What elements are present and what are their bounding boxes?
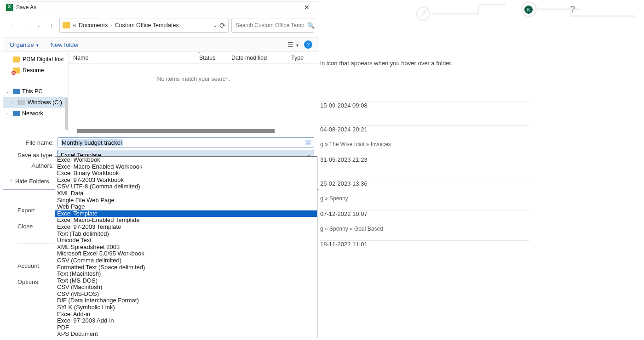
folder-tree: PDM Digital Inst Resume ⌄This PC ›Window…: [3, 52, 69, 134]
help-icon[interactable]: ?: [570, 5, 575, 14]
background-row[interactable]: [320, 85, 529, 102]
type-option[interactable]: XML Data: [55, 190, 317, 197]
type-option[interactable]: Excel 97-2003 Add-in: [55, 317, 317, 324]
tree-item-windows-c[interactable]: ›Windows (C:): [3, 97, 68, 108]
type-option[interactable]: Web Page: [55, 204, 317, 210]
file-name-input[interactable]: Monthly budget tracker⌄: [58, 137, 314, 147]
dialog-body: PDM Digital Inst Resume ⌄This PC ›Window…: [3, 52, 319, 134]
nav-recent-icon[interactable]: ⌄: [34, 20, 44, 30]
authors-label: Authors:: [8, 162, 58, 169]
horizontal-scrollbar[interactable]: [77, 129, 275, 133]
address-bar[interactable]: « Documents › Custom Office Templates ⌄ …: [59, 18, 229, 33]
type-option[interactable]: CSV (MS-DOS): [55, 291, 317, 298]
view-mode-icon[interactable]: ☰ ▼: [288, 41, 299, 48]
breadcrumb-custom-templates[interactable]: Custom Office Templates: [115, 22, 179, 28]
nav-up-icon[interactable]: ↑: [46, 20, 57, 30]
background-hint-text: in icon that appears when you hover over…: [320, 60, 529, 67]
hide-folders-label: Hide Folders: [15, 178, 49, 185]
background-decor: [414, 0, 644, 28]
nav-back-icon[interactable]: ←: [8, 20, 18, 30]
empty-message: No items match your search.: [69, 76, 319, 82]
type-option[interactable]: CSV UTF-8 (Comma delimited): [55, 183, 317, 190]
organize-button[interactable]: Organize▼: [10, 41, 40, 48]
col-name[interactable]: Name: [69, 55, 195, 61]
search-input[interactable]: [236, 22, 305, 28]
nav-row: ← → ⌄ ↑ « Documents › Custom Office Temp…: [3, 13, 319, 37]
type-option[interactable]: XPS Document: [55, 331, 317, 338]
save-type-options-list[interactable]: Excel WorkbookExcel Macro-Enabled Workbo…: [55, 156, 317, 338]
svg-point-0: [417, 7, 430, 20]
type-option[interactable]: CSV (Comma delimited): [55, 257, 317, 264]
type-option[interactable]: Text (MS-DOS): [55, 278, 317, 284]
type-option[interactable]: DIF (Data Interchange Format): [55, 297, 317, 304]
folder-icon: [63, 22, 70, 28]
type-option[interactable]: Excel Binary Workbook: [55, 170, 317, 177]
type-option[interactable]: Excel 97-2003 Template: [55, 224, 317, 231]
type-option[interactable]: XML Spreadsheet 2003: [55, 244, 317, 251]
type-option[interactable]: Text (Macintosh): [55, 271, 317, 278]
background-row[interactable]: [320, 109, 529, 126]
background-row[interactable]: [320, 163, 529, 180]
type-option[interactable]: SYLK (Symbolic Link): [55, 304, 317, 311]
tree-item-network[interactable]: ›Network: [3, 108, 68, 119]
breadcrumb-prefix: «: [73, 22, 76, 28]
type-option[interactable]: Formatted Text (Space delimited): [55, 264, 317, 271]
tree-scrollbar[interactable]: [65, 98, 68, 130]
type-option[interactable]: Single File Web Page: [55, 197, 317, 204]
dialog-title: Save As: [16, 4, 298, 11]
type-option[interactable]: Unicode Text: [55, 237, 317, 244]
refresh-icon[interactable]: ⟳: [219, 21, 225, 30]
tree-item-resume[interactable]: Resume: [3, 65, 68, 76]
search-box[interactable]: 🔍: [231, 18, 314, 33]
col-type[interactable]: Type: [287, 55, 319, 61]
file-name-label: File name:: [8, 139, 58, 146]
nav-forward-icon[interactable]: →: [21, 20, 31, 30]
help-button-icon[interactable]: ?: [304, 40, 312, 49]
type-option[interactable]: Excel Template: [55, 210, 317, 217]
search-icon[interactable]: 🔍: [307, 22, 315, 29]
background-file-list: in icon that appears when you hover over…: [320, 60, 529, 248]
background-row[interactable]: g » The Wise Idiot » Invoices: [320, 133, 529, 156]
type-option[interactable]: Text (Tab delimited): [55, 231, 317, 238]
titlebar: Save As ✕: [3, 1, 319, 13]
type-option[interactable]: CSV (Macintosh): [55, 284, 317, 291]
type-option[interactable]: PDF: [55, 324, 317, 331]
toolbar: Organize▼ New folder ☰ ▼ ?: [3, 37, 319, 52]
tree-item-this-pc[interactable]: ⌄This PC: [3, 86, 68, 97]
excel-icon: [6, 4, 13, 11]
tree-item-pdm[interactable]: PDM Digital Inst: [3, 54, 68, 65]
type-option[interactable]: Excel Macro-Enabled Template: [55, 217, 317, 224]
background-row[interactable]: g » Spenny: [320, 187, 529, 210]
background-row[interactable]: g » Spenny » Goal Based: [320, 217, 529, 241]
close-button[interactable]: ✕: [298, 4, 316, 11]
file-pane: ⌃ Name Status Date modified Type No item…: [69, 52, 319, 134]
breadcrumb-documents[interactable]: Documents: [79, 22, 108, 28]
type-option[interactable]: Excel Workbook: [55, 157, 317, 164]
chevron-up-icon: ⌃: [9, 179, 12, 184]
type-option[interactable]: Excel Macro-Enabled Workbook: [55, 164, 317, 170]
type-option[interactable]: Microsoft Excel 5.0/95 Workbook: [55, 250, 317, 257]
breadcrumb-sep: ›: [110, 23, 112, 28]
new-folder-button[interactable]: New folder: [51, 41, 79, 48]
address-dropdown-icon[interactable]: ⌄: [213, 23, 217, 28]
column-headers: Name Status Date modified Type: [69, 52, 319, 64]
type-option[interactable]: Excel 97-2003 Workbook: [55, 177, 317, 184]
col-date[interactable]: Date modified: [227, 55, 287, 61]
sort-indicator-icon: ⌃: [197, 51, 201, 56]
user-avatar[interactable]: K: [524, 6, 533, 14]
type-option[interactable]: Excel Add-in: [55, 311, 317, 318]
save-type-label: Save as type:: [8, 152, 58, 159]
